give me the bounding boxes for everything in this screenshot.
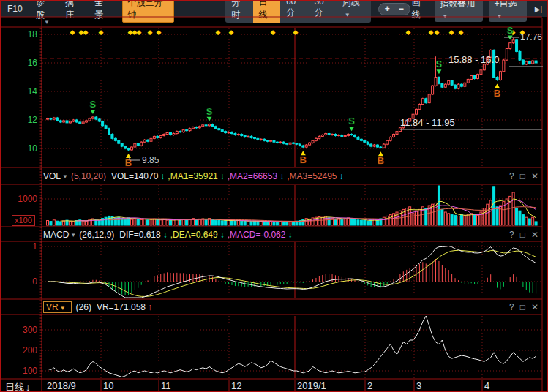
svg-text:1: 1: [32, 241, 37, 252]
stock-chart-window: F10 诊股 擒庄 全景 个股三分钟 分时 日线 60分 30分 周线▼ + −…: [0, 0, 548, 392]
down-arrow-icon: ↓: [160, 171, 165, 181]
arrow-down-icon: ↓: [26, 382, 31, 392]
maximize-icon[interactable]: □: [520, 230, 525, 240]
period-indicator[interactable]: 日线↓: [5, 381, 31, 392]
svg-text:0: 0: [32, 276, 37, 287]
x-axis-label: 2018/9: [47, 380, 76, 391]
chevron-down-icon: ▼: [62, 173, 68, 180]
vol-pane-header: VOL ▼ (5,10,20) VOL=14070↓,MA1=35921↓,MA…: [43, 169, 538, 184]
up-arrow-icon: ↑: [148, 302, 152, 312]
diamond-marker: ◆: [406, 29, 411, 36]
price-annotation: 9.85: [142, 155, 159, 165]
indicator-value: ,MA3=52495: [287, 171, 337, 181]
x-axis-label: 12: [231, 380, 241, 391]
buy-signal: B: [378, 155, 384, 166]
indicator-value: VR=171.058: [97, 302, 146, 312]
vol-values: VOL=14070↓,MA1=35921↓,MA2=66653↓,MA3=524…: [111, 171, 347, 181]
close-icon[interactable]: ✕: [531, 230, 538, 240]
indicator-value: DIF=0.618: [119, 230, 160, 240]
help-icon[interactable]: ?: [509, 230, 514, 240]
close-icon[interactable]: ✕: [531, 302, 538, 312]
diamond-marker: ◆: [137, 29, 142, 36]
close-icon[interactable]: ✕: [531, 171, 538, 181]
macd-values: DIF=0.618↓,DEA=0.649↓,MACD=-0.062↓: [119, 230, 295, 240]
vr-pane-header: VR▼ (26) VR=171.058↑ ? □ ✕: [43, 300, 538, 314]
diamond-marker: ◆: [449, 29, 454, 36]
x-axis-label: 2019/1: [297, 380, 326, 391]
vr-values: VR=171.058↑: [97, 302, 155, 312]
volume-unit-label: x100: [12, 215, 35, 226]
macd-pane-header: MACD ▼ (26,12,9) DIF=0.618↓,DEA=0.649↓,M…: [43, 227, 538, 242]
svg-text:1000: 1000: [18, 194, 37, 204]
down-arrow-icon: ↓: [163, 230, 168, 240]
buy-signal: B: [300, 154, 307, 165]
svg-text:100: 100: [23, 366, 37, 376]
buy-signal: B: [494, 88, 500, 99]
maximize-icon[interactable]: □: [520, 171, 525, 181]
sell-signal: S: [90, 99, 97, 110]
svg-text:10: 10: [28, 143, 38, 154]
diamond-marker: ◆: [293, 29, 299, 36]
diamond-marker: ◆: [148, 29, 153, 36]
svg-text:14: 14: [28, 86, 38, 97]
diamond-marker: ◆: [99, 29, 104, 36]
diamond-marker: ◆: [157, 29, 162, 36]
down-arrow-icon: ↓: [279, 171, 284, 181]
down-arrow-icon: ↓: [220, 230, 225, 240]
sell-signal: S: [507, 25, 514, 36]
down-arrow-icon: ↓: [288, 230, 292, 240]
svg-text:300: 300: [23, 325, 37, 335]
diamond-marker: ◆: [271, 29, 276, 36]
sell-signal: S: [348, 116, 355, 127]
indicator-value: ,MACD=-0.062: [228, 230, 286, 240]
macd-indicator-title[interactable]: MACD: [43, 230, 69, 240]
down-arrow-icon: ↓: [220, 171, 225, 181]
macd-params: (26,12,9): [79, 230, 114, 240]
pane-buttons: ? □ ✕: [509, 302, 538, 312]
diamond-marker: ◆: [459, 29, 464, 36]
sell-signal: S: [436, 59, 443, 69]
x-axis-label: 4: [484, 380, 489, 391]
indicator-value: VOL=14070: [111, 171, 158, 181]
price-annotation: 11.84 - 11.95: [400, 117, 455, 128]
chevron-down-icon: ▼: [60, 305, 66, 312]
svg-text:12: 12: [28, 115, 38, 125]
help-icon[interactable]: ?: [509, 302, 514, 312]
diamond-marker: ◆: [70, 29, 75, 36]
vr-indicator-title[interactable]: VR▼: [43, 301, 72, 313]
price-annotation: 15.88 - 16.0: [448, 54, 499, 65]
svg-text:200: 200: [23, 345, 37, 355]
svg-text:18: 18: [28, 29, 38, 39]
x-axis-label: 11: [161, 380, 171, 391]
diamond-marker: ◆: [435, 29, 440, 36]
vr-params: (26): [76, 302, 91, 312]
diamond-marker: ◆: [83, 29, 89, 36]
diamond-marker: ◆: [216, 29, 221, 36]
vol-indicator-title[interactable]: VOL: [43, 171, 61, 181]
x-axis-label: 2: [367, 380, 372, 391]
maximize-icon[interactable]: □: [520, 302, 525, 312]
pane-buttons: ? □ ✕: [509, 171, 538, 181]
diamond-marker: ◆: [229, 29, 234, 36]
pane-buttons: ? □ ✕: [509, 230, 538, 240]
diamond-marker: ◆: [429, 29, 434, 36]
indicator-value: ,MA2=66653: [228, 171, 277, 181]
vol-params: (5,10,20): [71, 171, 106, 181]
x-axis-label: 10: [103, 380, 113, 391]
svg-text:16: 16: [28, 58, 38, 68]
price-annotation: 17.76: [520, 32, 542, 42]
chevron-down-icon: ▼: [70, 232, 76, 238]
sell-signal: S: [206, 106, 213, 117]
help-icon[interactable]: ?: [509, 171, 514, 181]
x-axis-label: 3: [416, 380, 421, 391]
indicator-value: ,DEA=0.649: [170, 230, 218, 240]
indicator-value: ,MA1=35921: [168, 171, 217, 181]
buy-signal: B: [125, 157, 132, 168]
down-arrow-icon: ↓: [339, 171, 344, 181]
chart-canvas[interactable]: 18161412101000103002001002018/9101112201…: [1, 1, 548, 392]
